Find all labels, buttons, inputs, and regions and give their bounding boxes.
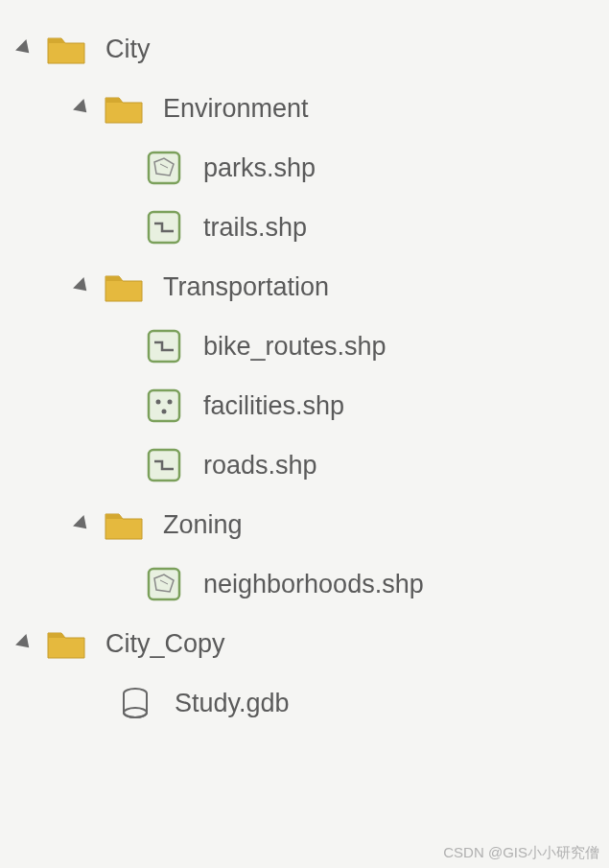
tree-node-transportation[interactable]: Transportation bbox=[0, 257, 609, 317]
tree-node-environment[interactable]: Environment bbox=[0, 79, 609, 138]
svg-rect-7 bbox=[149, 450, 179, 481]
line-shapefile-icon bbox=[144, 210, 184, 245]
svg-point-5 bbox=[168, 400, 173, 405]
svg-rect-8 bbox=[149, 569, 179, 599]
tree-node-label: City_Copy bbox=[105, 629, 225, 659]
geodatabase-icon bbox=[115, 686, 155, 720]
tree-node-parks[interactable]: parks.shp bbox=[0, 138, 609, 198]
tree-node-label: Study.gdb bbox=[175, 689, 290, 718]
line-shapefile-icon bbox=[144, 329, 184, 364]
tree-node-label: facilities.shp bbox=[203, 391, 344, 421]
tree-node-label: Transportation bbox=[163, 272, 329, 302]
svg-rect-3 bbox=[149, 390, 179, 421]
tree-node-label: neighborhoods.shp bbox=[203, 570, 424, 599]
svg-rect-0 bbox=[149, 152, 179, 183]
tree-node-label: City bbox=[105, 35, 151, 64]
polygon-shapefile-icon bbox=[144, 151, 184, 185]
tree-node-neighborhoods[interactable]: neighborhoods.shp bbox=[0, 554, 609, 614]
tree-node-label: Zoning bbox=[163, 510, 243, 540]
tree-node-city[interactable]: City bbox=[0, 19, 609, 79]
tree-node-bike-routes[interactable]: bike_routes.shp bbox=[0, 317, 609, 376]
tree-node-study[interactable]: Study.gdb bbox=[0, 673, 609, 733]
polygon-shapefile-icon bbox=[144, 567, 184, 601]
svg-rect-2 bbox=[149, 331, 179, 362]
tree-node-label: Environment bbox=[163, 94, 309, 124]
tree-node-zoning[interactable]: Zoning bbox=[0, 495, 609, 554]
tree-node-label: bike_routes.shp bbox=[203, 332, 386, 362]
folder-icon bbox=[46, 626, 86, 661]
watermark-text: CSDN @GIS小小研究僧 bbox=[443, 844, 599, 862]
tree-node-label: parks.shp bbox=[203, 153, 316, 183]
folder-icon bbox=[46, 32, 86, 66]
tree-node-roads[interactable]: roads.shp bbox=[0, 435, 609, 495]
tree-node-trails[interactable]: trails.shp bbox=[0, 198, 609, 257]
expand-triangle-icon[interactable] bbox=[15, 634, 35, 653]
point-shapefile-icon bbox=[144, 388, 184, 423]
svg-point-6 bbox=[162, 410, 167, 414]
folder-icon bbox=[104, 91, 144, 126]
expand-triangle-icon[interactable] bbox=[73, 277, 92, 296]
folder-icon bbox=[104, 507, 144, 542]
expand-triangle-icon[interactable] bbox=[15, 39, 35, 59]
expand-triangle-icon[interactable] bbox=[73, 515, 92, 534]
svg-rect-1 bbox=[149, 212, 179, 243]
svg-point-4 bbox=[156, 400, 161, 405]
folder-icon bbox=[104, 270, 144, 304]
tree-node-city-copy[interactable]: City_Copy bbox=[0, 614, 609, 673]
line-shapefile-icon bbox=[144, 448, 184, 482]
expand-triangle-icon[interactable] bbox=[73, 99, 92, 118]
tree-node-facilities[interactable]: facilities.shp bbox=[0, 376, 609, 435]
tree-node-label: trails.shp bbox=[203, 213, 307, 243]
tree-node-label: roads.shp bbox=[203, 451, 317, 481]
